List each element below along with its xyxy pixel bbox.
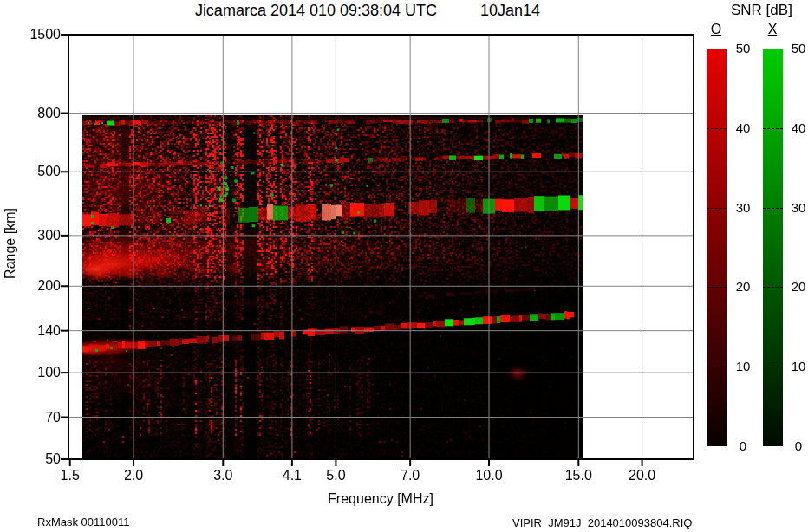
y-tick-label-70: 70: [16, 410, 61, 425]
colorbar-x-tick-0: 0: [786, 439, 808, 453]
colorbar-dash-x-10: [763, 367, 783, 367]
x-tick-label-15.0: 15.0: [556, 468, 601, 483]
colorbar-dash-x-40: [763, 128, 783, 129]
source-file-text: VIPIR JM91J_2014010093804.RIQ: [512, 516, 692, 529]
y-tick-label-800: 800: [16, 106, 61, 121]
colorbar-title: SNR [dB]: [731, 2, 808, 19]
colorbar-x-label: X: [755, 22, 790, 37]
colorbar-dash-o-40: [707, 128, 727, 129]
x-tick-label-10.0: 10.0: [466, 468, 512, 483]
ionogram-screen: Jicamarca 2014 010 09:38:04 UTC 10Jan14 …: [0, 0, 808, 532]
colorbar-dash-x-20: [763, 287, 783, 288]
colorbar-o-gradient: [707, 49, 727, 446]
x-tick-label-2.0: 2.0: [111, 468, 156, 483]
x-tick-label-1.5: 1.5: [48, 468, 93, 483]
y-tick-label-100: 100: [16, 365, 61, 380]
x-axis-label: Frequency [MHz]: [294, 491, 467, 507]
colorbar-dash-o-30: [707, 208, 727, 209]
colorbar-o-tick-0: 0: [731, 439, 755, 453]
colorbar-dash-o-20: [707, 287, 727, 288]
rxmask-text: RxMask 00110011: [37, 516, 129, 529]
y-tick-label-140: 140: [16, 323, 61, 339]
y-tick-label-50: 50: [16, 451, 61, 467]
ionogram-canvas: [82, 115, 583, 459]
colorbar-o-tick-40: 40: [731, 121, 755, 135]
plot-title: Jicamarca 2014 010 09:38:04 UTC 10Jan14: [0, 2, 735, 20]
colorbar-x-gradient: [763, 49, 783, 446]
y-tick-label-200: 200: [16, 278, 61, 294]
colorbar-o-tick-30: 30: [731, 201, 755, 215]
colorbar-x-tick-10: 10: [786, 360, 808, 373]
colorbar-o-tick-50: 50: [731, 42, 755, 55]
colorbar-x-tick-50: 50: [786, 42, 808, 55]
y-tick-label-300: 300: [16, 228, 61, 243]
x-tick-label-3.0: 3.0: [200, 468, 245, 483]
colorbar-dash-x-30: [763, 208, 783, 209]
y-tick-label-500: 500: [16, 164, 61, 179]
x-tick-label-5.0: 5.0: [313, 468, 358, 483]
colorbar-o-tick-20: 20: [731, 280, 755, 294]
colorbar-x-tick-40: 40: [786, 121, 808, 135]
x-tick-label-20.0: 20.0: [620, 468, 665, 483]
colorbar-x-tick-30: 30: [786, 201, 808, 215]
colorbar-x-tick-20: 20: [786, 280, 808, 294]
y-tick-label-1500: 1500: [16, 27, 61, 42]
colorbar-o-tick-10: 10: [731, 360, 755, 373]
x-tick-label-7.0: 7.0: [388, 468, 433, 483]
x-tick-label-4.1: 4.1: [270, 468, 315, 483]
colorbar-dash-o-10: [707, 367, 727, 367]
colorbar-o-label: O: [699, 22, 733, 37]
